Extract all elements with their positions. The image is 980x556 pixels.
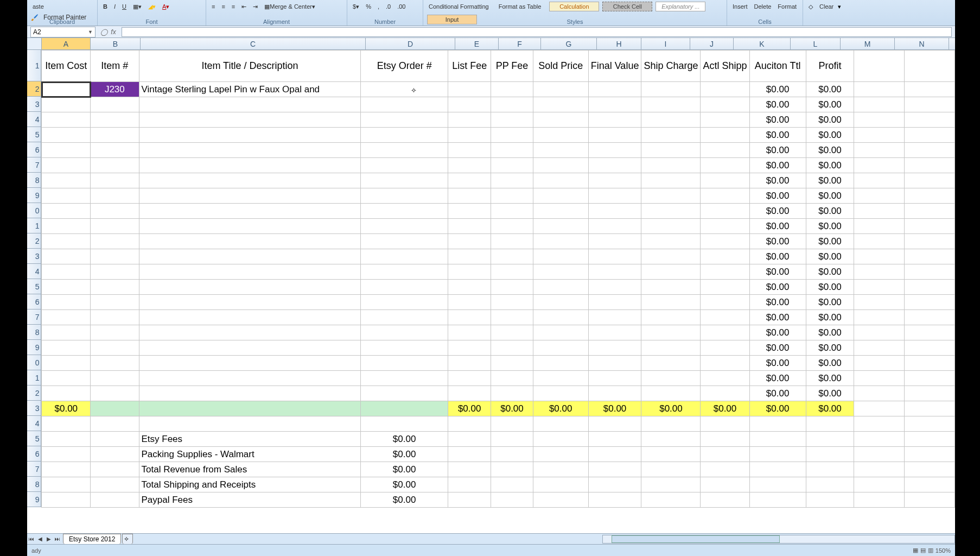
cell[interactable]: [91, 401, 139, 416]
cell[interactable]: $0.00: [701, 401, 749, 416]
cell[interactable]: [533, 97, 588, 112]
cell[interactable]: [491, 188, 533, 204]
cell[interactable]: [448, 219, 491, 234]
cell[interactable]: [91, 188, 139, 204]
summary-label[interactable]: Packing Supplies - Walmart: [139, 447, 361, 462]
col-header-G[interactable]: G: [541, 38, 597, 49]
cell[interactable]: [491, 340, 533, 356]
cell[interactable]: [701, 416, 749, 432]
col-header-L[interactable]: L: [791, 38, 841, 49]
cell[interactable]: [641, 386, 701, 401]
cell[interactable]: [491, 143, 533, 158]
row-header[interactable]: 7: [27, 462, 41, 477]
cell[interactable]: [448, 340, 491, 356]
cell[interactable]: [533, 447, 588, 462]
cell[interactable]: [139, 386, 361, 401]
cell[interactable]: [588, 234, 641, 249]
dec-decimal-button[interactable]: .00: [395, 2, 408, 11]
tab-nav-prev[interactable]: ◀: [36, 535, 44, 544]
worksheet[interactable]: Item CostItem #Item Title / DescriptionE…: [41, 50, 955, 508]
cell[interactable]: [91, 310, 139, 325]
column-title[interactable]: Sold Price: [533, 50, 588, 82]
format-as-table-button[interactable]: Format as Table: [497, 3, 544, 11]
cell[interactable]: [139, 112, 361, 128]
cell[interactable]: [905, 310, 955, 325]
cell[interactable]: [701, 386, 749, 401]
row-header[interactable]: 1: [27, 218, 41, 233]
cell[interactable]: [361, 371, 448, 386]
cell[interactable]: [448, 249, 491, 264]
row-header[interactable]: 6: [27, 142, 41, 157]
cell[interactable]: [701, 295, 749, 310]
cell[interactable]: $0.00: [749, 219, 806, 234]
italic-button[interactable]: I: [112, 2, 118, 11]
cell[interactable]: [905, 295, 955, 310]
cell[interactable]: [491, 371, 533, 386]
indent-dec-button[interactable]: ⇤: [239, 2, 249, 11]
cell[interactable]: [448, 188, 491, 204]
border-button[interactable]: ▦▾: [131, 2, 144, 11]
cell[interactable]: [139, 295, 361, 310]
row-header[interactable]: 4: [27, 112, 41, 127]
cell[interactable]: [749, 432, 806, 447]
cell[interactable]: [641, 416, 701, 432]
cell[interactable]: [854, 264, 905, 280]
cell[interactable]: [701, 356, 749, 371]
cell[interactable]: [641, 477, 701, 492]
row-header[interactable]: 2: [27, 81, 41, 97]
cell[interactable]: [361, 188, 448, 204]
row-header[interactable]: 6: [27, 446, 41, 462]
cell[interactable]: $0.00: [749, 204, 806, 219]
cell[interactable]: [641, 112, 701, 128]
cell[interactable]: [91, 280, 139, 295]
cell[interactable]: [361, 82, 448, 97]
cell[interactable]: [641, 249, 701, 264]
cell[interactable]: [42, 128, 91, 143]
cell[interactable]: [905, 219, 955, 234]
cell[interactable]: $0.00: [749, 325, 806, 340]
cell[interactable]: [448, 432, 491, 447]
cell[interactable]: [448, 386, 491, 401]
cell[interactable]: [905, 249, 955, 264]
clear-button[interactable]: Clear: [817, 2, 836, 11]
cell[interactable]: $0.00: [749, 340, 806, 356]
cell[interactable]: [42, 340, 91, 356]
cell[interactable]: [701, 204, 749, 219]
cell[interactable]: [641, 143, 701, 158]
cell[interactable]: [905, 112, 955, 128]
cell[interactable]: $0.00: [749, 371, 806, 386]
cell[interactable]: [491, 97, 533, 112]
cell[interactable]: [806, 492, 854, 508]
cell[interactable]: [701, 432, 749, 447]
cell[interactable]: [701, 264, 749, 280]
cell[interactable]: [91, 340, 139, 356]
summary-value[interactable]: $0.00: [361, 492, 448, 508]
cell[interactable]: [854, 249, 905, 264]
cell[interactable]: [854, 173, 905, 188]
cell[interactable]: [448, 234, 491, 249]
cell[interactable]: [139, 356, 361, 371]
row-header[interactable]: 0: [27, 203, 41, 218]
cell[interactable]: [91, 173, 139, 188]
cell[interactable]: $0.00: [749, 310, 806, 325]
cell[interactable]: $0.00: [749, 234, 806, 249]
row-header[interactable]: 5: [27, 431, 41, 446]
cell[interactable]: [701, 128, 749, 143]
currency-button[interactable]: $▾: [351, 2, 361, 11]
cell[interactable]: [533, 204, 588, 219]
row-header[interactable]: 3: [27, 97, 41, 112]
cell[interactable]: [854, 447, 905, 462]
cell[interactable]: [854, 188, 905, 204]
cell[interactable]: [749, 477, 806, 492]
row-header[interactable]: 9: [27, 188, 41, 203]
cell[interactable]: [701, 82, 749, 97]
cell[interactable]: [641, 340, 701, 356]
view-layout-icon[interactable]: ▤: [920, 547, 926, 554]
cell[interactable]: [139, 158, 361, 173]
cell[interactable]: [533, 128, 588, 143]
col-header-I[interactable]: I: [641, 38, 690, 49]
cell[interactable]: $0.00: [806, 143, 854, 158]
cell[interactable]: [905, 447, 955, 462]
cell[interactable]: [139, 264, 361, 280]
cell[interactable]: [533, 264, 588, 280]
